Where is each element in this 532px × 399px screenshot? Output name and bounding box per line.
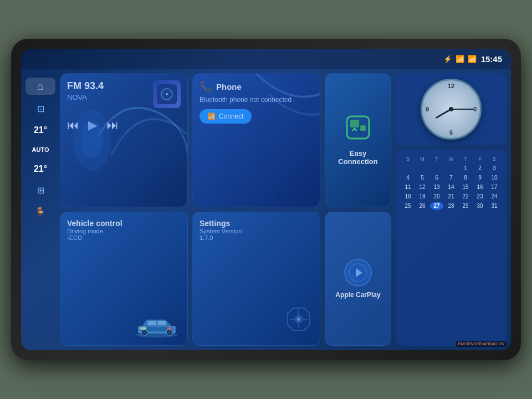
- sidebar-item-seat[interactable]: 🪑: [25, 204, 55, 219]
- cal-header-t: T: [430, 155, 443, 163]
- cal-header-w: W: [444, 155, 458, 163]
- cal-day-6[interactable]: 6: [430, 173, 443, 182]
- infotainment-screen: ⚡ 📶 📶 15:45 ⌂ ⊡ 21° AUTO: [21, 49, 511, 350]
- svg-point-15: [143, 331, 146, 334]
- cal-day-4[interactable]: 4: [401, 173, 415, 182]
- play-pause-button[interactable]: ▶: [88, 118, 98, 132]
- settings-card[interactable]: Settings System Version 1.7.0: [192, 212, 320, 346]
- svg-point-5: [166, 93, 168, 95]
- sidebar-item-temp-driver[interactable]: 21°: [25, 123, 55, 137]
- vehicle-control-card[interactable]: Vehicle control Driving mode -ECO: [60, 212, 188, 346]
- phone-status: Bluetooth phone not connected: [200, 96, 313, 104]
- sidebar-item-defrost[interactable]: ⊡: [25, 101, 55, 116]
- svg-point-16: [168, 331, 171, 334]
- right-panel: 12 3 6 9 S M T: [396, 73, 507, 346]
- sidebar-item-temp-pass[interactable]: 21°: [25, 162, 55, 176]
- cal-day-1[interactable]: 1: [459, 164, 472, 172]
- svg-rect-18: [158, 321, 166, 325]
- cal-day-14[interactable]: 14: [444, 183, 458, 191]
- analog-clock: 12 3 6 9: [421, 79, 482, 140]
- car-display-surround: ⚡ 📶 📶 15:45 ⌂ ⊡ 21° AUTO: [11, 39, 521, 360]
- airbag-warning: PASSENGER AIRBAG ON: [456, 341, 507, 347]
- svg-point-22: [297, 318, 300, 321]
- driver-temp: 21°: [34, 125, 47, 135]
- cal-day-9[interactable]: 9: [473, 173, 487, 182]
- cal-day-18[interactable]: 18: [401, 192, 415, 201]
- signal-icon: 📶: [468, 55, 477, 63]
- cal-day-25[interactable]: 25: [401, 202, 415, 210]
- sidebar-item-vent[interactable]: ⊞: [25, 183, 55, 198]
- cal-day-19[interactable]: 19: [416, 192, 429, 201]
- cal-day-empty3: -: [430, 164, 443, 172]
- easy-connection-icon: [346, 115, 370, 145]
- cal-day-31[interactable]: 31: [488, 202, 501, 210]
- next-track-button[interactable]: ⏭: [106, 118, 119, 132]
- cal-day-empty: -: [401, 164, 415, 172]
- home-icon: ⌂: [37, 80, 44, 93]
- cal-day-10[interactable]: 10: [488, 173, 501, 182]
- car-illustration: [132, 312, 182, 340]
- calendar-grid: S M T W T F S - - - - 1 2 3: [401, 155, 501, 210]
- radio-card[interactable]: ♪ FM 93.4 NOVA ⏮ ▶ ⏭: [60, 73, 188, 207]
- usb-icon: ⚡: [443, 55, 452, 63]
- easy-connection-card[interactable]: Easy Connection: [325, 73, 391, 207]
- cal-day-17[interactable]: 17: [488, 183, 501, 191]
- cal-day-2[interactable]: 2: [473, 164, 487, 172]
- carplay-label: Apple CarPlay: [335, 291, 380, 299]
- cal-day-28[interactable]: 28: [444, 202, 458, 210]
- grid-row-2: Vehicle control Driving mode -ECO: [60, 212, 391, 346]
- status-bar: ⚡ 📶 📶 15:45: [21, 49, 511, 69]
- cal-day-27-today[interactable]: 27: [430, 202, 443, 210]
- cal-day-13[interactable]: 13: [430, 183, 443, 191]
- cal-day-16[interactable]: 16: [473, 183, 487, 191]
- radio-controls: ⏮ ▶ ⏭: [67, 118, 181, 132]
- svg-rect-17: [148, 321, 156, 325]
- passenger-temp: 21°: [34, 164, 47, 174]
- cal-day-8[interactable]: 8: [459, 173, 472, 182]
- sidebar-item-home[interactable]: ⌂: [25, 78, 55, 95]
- bluetooth-connect-icon: 📶: [207, 112, 216, 120]
- cal-day-12[interactable]: 12: [416, 183, 429, 191]
- seat-icon: 🪑: [35, 207, 46, 217]
- cal-day-3[interactable]: 3: [488, 164, 501, 172]
- cal-day-empty4: -: [444, 164, 458, 172]
- radio-album-art: ♪: [153, 80, 181, 108]
- cal-day-21[interactable]: 21: [444, 192, 458, 201]
- main-content: ⌂ ⊡ 21° AUTO 21° ⊞ 🪑: [21, 69, 511, 350]
- vehicle-title: Vehicle control: [67, 219, 181, 228]
- prev-track-button[interactable]: ⏮: [67, 118, 79, 132]
- defrost-icon: ⊡: [37, 104, 44, 114]
- phone-card[interactable]: 📞 Phone Bluetooth phone not connected 📶 …: [192, 73, 320, 207]
- cal-day-7[interactable]: 7: [444, 173, 458, 182]
- connect-button[interactable]: 📶 Connect: [200, 109, 252, 124]
- cal-day-24[interactable]: 24: [488, 192, 501, 201]
- carplay-icon: [344, 259, 372, 287]
- cal-day-empty2: -: [416, 164, 429, 172]
- cal-header-s2: S: [488, 155, 501, 163]
- calendar-card: S M T W T F S - - - - 1 2 3: [396, 150, 507, 346]
- settings-version: 1.7.0: [200, 234, 313, 241]
- connect-label: Connect: [219, 112, 244, 120]
- grid-row-1: ♪ FM 93.4 NOVA ⏮ ▶ ⏭: [60, 73, 391, 207]
- cal-day-26[interactable]: 26: [416, 202, 429, 210]
- phone-header: 📞 Phone: [200, 80, 313, 93]
- cal-day-29[interactable]: 29: [459, 202, 472, 210]
- cal-day-5[interactable]: 5: [416, 173, 429, 182]
- cal-day-30[interactable]: 30: [473, 202, 487, 210]
- svg-rect-19: [140, 327, 146, 330]
- cal-day-15[interactable]: 15: [459, 183, 472, 191]
- apple-carplay-card[interactable]: Apple CarPlay: [325, 212, 391, 346]
- settings-version-label: System Version: [200, 228, 313, 234]
- bluetooth-icon: 📶: [456, 55, 464, 63]
- sidebar: ⌂ ⊡ 21° AUTO 21° ⊞ 🪑: [25, 73, 55, 346]
- settings-gear-icon: [282, 303, 315, 341]
- cal-day-11[interactable]: 11: [401, 183, 415, 191]
- cal-day-23[interactable]: 23: [473, 192, 487, 201]
- status-icons: ⚡ 📶 📶: [443, 55, 477, 63]
- cal-day-20[interactable]: 20: [430, 192, 443, 201]
- clock-num-6: 6: [449, 129, 453, 136]
- phone-icon: 📞: [200, 80, 212, 93]
- cal-day-22[interactable]: 22: [459, 192, 472, 201]
- sidebar-item-auto[interactable]: AUTO: [25, 144, 55, 155]
- svg-rect-9: [360, 125, 366, 131]
